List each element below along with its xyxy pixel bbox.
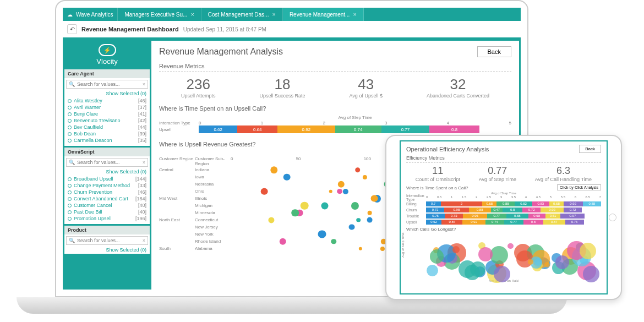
- filter-item[interactable]: Bob Dean[39]: [68, 130, 146, 137]
- close-icon[interactable]: ×: [353, 11, 356, 18]
- y-axis-label: Avg of Step Time: [401, 232, 405, 258]
- search-icon: 🔍: [69, 160, 75, 165]
- filter-item[interactable]: Benvenuto Trevisano[42]: [68, 117, 146, 124]
- data-point[interactable]: [291, 209, 299, 217]
- data-point[interactable]: [329, 189, 332, 193]
- filter-item[interactable]: Broadband Upsell[144]: [68, 176, 146, 182]
- filter-item[interactable]: Churn Prevention[46]: [68, 189, 146, 195]
- filter-header: OmniScript: [64, 148, 150, 156]
- filter-item[interactable]: Convert Abandoned Cart[184]: [68, 195, 146, 202]
- data-point[interactable]: [321, 202, 328, 209]
- updated-timestamp: Updated Sep 11, 2015 at 8:47 PM: [183, 26, 266, 32]
- data-point[interactable]: [356, 218, 361, 222]
- page-title: Revenue Management Dashboard: [81, 26, 179, 32]
- search-icon: 🔍: [69, 238, 75, 243]
- col-region: Customer Region: [159, 156, 195, 166]
- filter-list: Alita Westley[46]Avril Warner[37]Benji C…: [64, 97, 150, 146]
- show-selected-link[interactable]: Show Selected (0): [64, 168, 150, 176]
- logo-text: Vlocity: [64, 57, 150, 66]
- data-point[interactable]: [351, 201, 359, 209]
- logo: Vlocity: [64, 41, 150, 68]
- filter-header: Product: [64, 226, 150, 234]
- filter-item[interactable]: Avril Warner[37]: [68, 104, 146, 111]
- tablet-home-button[interactable]: [609, 214, 616, 221]
- data-point[interactable]: [280, 238, 287, 245]
- filter-item[interactable]: Customer Cancel[40]: [68, 202, 146, 209]
- data-point[interactable]: [367, 210, 372, 215]
- tabs-bar: ☁ Wave Analytics Managers Executive Su..…: [63, 8, 521, 21]
- filter-item[interactable]: Promotion Upsell[196]: [68, 215, 146, 222]
- bubble-point[interactable]: [452, 246, 460, 253]
- clear-icon[interactable]: ×: [143, 238, 145, 243]
- search-input[interactable]: [77, 81, 140, 87]
- clear-icon[interactable]: ×: [143, 81, 145, 87]
- metrics-row: 236Upsell Attempts18Upsell Success Rate4…: [159, 76, 511, 99]
- data-point[interactable]: [268, 217, 274, 223]
- bar-chart-upsell: Avg of Step Time Interaction Type 012345…: [159, 115, 511, 133]
- data-point[interactable]: [367, 217, 373, 223]
- bar-row: Upsell0.620.840.920.740.770.80.870.75: [406, 219, 601, 225]
- data-point[interactable]: [338, 181, 345, 187]
- data-point[interactable]: [359, 247, 362, 250]
- back-button[interactable]: Back: [579, 145, 601, 153]
- tablet-content: Operational Efficiency Analysis Back Eff…: [401, 141, 607, 286]
- bubble-point[interactable]: [430, 249, 444, 264]
- data-point[interactable]: [331, 239, 336, 244]
- sidebar: Vlocity Care Agent 🔍 × Show Selected (0)…: [64, 41, 150, 290]
- filter-item[interactable]: Benji Clare[41]: [68, 111, 146, 117]
- back-button[interactable]: Back: [477, 46, 511, 57]
- bar-row: Upsell 0.620.640.920.740.770.8: [159, 125, 511, 133]
- close-icon[interactable]: ×: [190, 11, 194, 18]
- bubble-point[interactable]: [534, 258, 542, 265]
- data-point[interactable]: [363, 174, 367, 179]
- data-point[interactable]: [301, 201, 309, 210]
- search-input[interactable]: [77, 160, 140, 165]
- tab-home[interactable]: ☁ Wave Analytics: [63, 8, 118, 21]
- data-point[interactable]: [337, 189, 342, 194]
- tab-revenue[interactable]: Revenue Management... ×: [283, 8, 364, 21]
- filter-item[interactable]: Carmella Deacon[35]: [68, 137, 146, 144]
- clear-icon[interactable]: ×: [143, 160, 145, 165]
- bubble-point[interactable]: [427, 265, 438, 276]
- data-point[interactable]: [270, 166, 277, 173]
- bubble-point[interactable]: [555, 255, 569, 269]
- filter-header: Care Agent: [64, 69, 150, 78]
- data-point[interactable]: [380, 246, 385, 250]
- filter-item[interactable]: Bev Caulfield[44]: [68, 124, 146, 130]
- search-box[interactable]: 🔍 ×: [66, 158, 148, 167]
- filter-item[interactable]: Alita Westley[46]: [68, 97, 146, 104]
- tab-cost[interactable]: Cost Management Das... ×: [201, 8, 283, 21]
- axis-label: Avg of Step Time: [199, 115, 511, 120]
- bubble-point[interactable]: [507, 243, 513, 249]
- tab-label: Cost Management Das...: [208, 12, 269, 18]
- back-icon[interactable]: ↶: [67, 24, 77, 34]
- metrics-row: 11Count of OmniScript0.77Avg of Step Tim…: [406, 165, 601, 182]
- tablet-frame: Operational Efficiency Analysis Back Eff…: [385, 135, 622, 300]
- search-box[interactable]: 🔍 ×: [66, 236, 148, 245]
- filter-item[interactable]: Past Due Bill[40]: [68, 209, 146, 215]
- click-analysis-button[interactable]: Click-by-Click Analysis: [557, 184, 601, 190]
- bubble-point[interactable]: [478, 247, 493, 261]
- filter-item[interactable]: Change Payment Method[33]: [68, 182, 146, 189]
- bubble-point[interactable]: [583, 266, 599, 282]
- tablet-header: Operational Efficiency Analysis Back: [406, 145, 601, 153]
- show-selected-link[interactable]: Show Selected (0): [64, 90, 150, 97]
- data-point[interactable]: [343, 188, 348, 194]
- bubble-point[interactable]: [494, 266, 510, 282]
- data-point[interactable]: [283, 173, 291, 181]
- data-point[interactable]: [355, 167, 361, 173]
- metric: 6.3Avg of Call Handling Time: [535, 165, 592, 182]
- search-input[interactable]: [77, 238, 140, 243]
- data-point[interactable]: [261, 188, 268, 195]
- data-point[interactable]: [318, 230, 326, 238]
- data-point[interactable]: [349, 224, 355, 230]
- tab-managers[interactable]: Managers Executive Su... ×: [118, 8, 201, 21]
- data-point[interactable]: [371, 195, 378, 202]
- close-icon[interactable]: ×: [272, 11, 275, 18]
- bubble-point[interactable]: [580, 243, 596, 259]
- metrics-label: Revenue Metrics: [159, 63, 511, 72]
- search-box[interactable]: 🔍 ×: [66, 80, 148, 89]
- bar-row: Churn0.730.980.880.470.80.720.930.72: [406, 207, 601, 212]
- show-selected-link[interactable]: Show Selected (0): [64, 247, 150, 254]
- col-subregion: Customer Sub-Region: [195, 156, 231, 166]
